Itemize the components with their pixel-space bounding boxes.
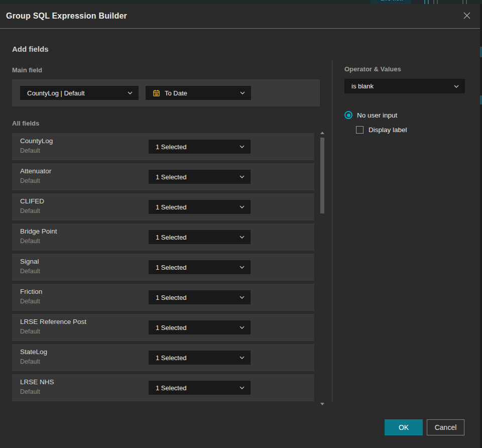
- field-name: Signal: [20, 258, 39, 265]
- field-subtitle: Default: [20, 328, 40, 335]
- toolbar-button-edge: [462, 0, 463, 4]
- main-field-dropdown-value: CountyLog | Default: [27, 89, 124, 97]
- field-values-dropdown[interactable]: 1 Selected: [149, 230, 251, 244]
- list-item-attenuator: Attenuator Default 1 Selected: [12, 163, 314, 190]
- radio-selected-icon[interactable]: [344, 111, 352, 119]
- main-field-row: CountyLog | Default To Date: [12, 79, 320, 106]
- field-values-dropdown[interactable]: 1 Selected: [149, 320, 251, 334]
- list-item-lrse-nhs: LRSE NHS Default 1 Selected: [12, 374, 314, 401]
- dropdown-value: 1 Selected: [156, 143, 235, 151]
- scroll-down-arrow-icon[interactable]: [320, 403, 324, 405]
- chevron-down-icon: [239, 356, 245, 359]
- field-name: Bridge Point: [20, 228, 57, 235]
- background-toolbar: Live view: [0, 0, 482, 4]
- field-values-dropdown[interactable]: 1 Selected: [149, 381, 251, 395]
- chevron-down-icon: [239, 296, 245, 299]
- all-fields-label: All fields: [12, 120, 39, 127]
- chevron-down-icon: [128, 91, 133, 94]
- background-right-edge: [480, 4, 482, 448]
- field-values-dropdown[interactable]: 1 Selected: [149, 260, 251, 274]
- field-name: CLIFED: [20, 197, 44, 205]
- list-item-statelog: StateLog Default 1 Selected: [12, 344, 314, 371]
- field-name: CountyLog: [20, 137, 53, 145]
- dropdown-value: 1 Selected: [156, 294, 235, 301]
- field-type-dropdown[interactable]: To Date: [146, 86, 251, 100]
- operator-dropdown-value: is blank: [351, 82, 450, 90]
- field-values-dropdown[interactable]: 1 Selected: [149, 170, 251, 184]
- dialog-title: Group SQL Expression Builder: [6, 4, 127, 28]
- ok-button[interactable]: OK: [385, 419, 423, 435]
- dialog-header: Group SQL Expression Builder: [0, 4, 480, 28]
- main-field-label: Main field: [12, 66, 42, 74]
- field-name: StateLog: [20, 348, 47, 356]
- toolbar-button-edge: [424, 0, 425, 4]
- dropdown-value: 1 Selected: [156, 234, 235, 241]
- checkbox-unchecked-icon[interactable]: [356, 126, 364, 134]
- toolbar-button-edge: [466, 0, 467, 4]
- close-button[interactable]: [462, 11, 472, 21]
- chevron-down-icon: [239, 266, 245, 269]
- field-subtitle: Default: [20, 147, 40, 154]
- chevron-down-icon: [239, 326, 245, 329]
- panel-divider: [332, 60, 332, 402]
- dropdown-value: 1 Selected: [156, 203, 235, 211]
- field-subtitle: Default: [20, 358, 40, 365]
- main-field-dropdown[interactable]: CountyLog | Default: [20, 86, 139, 100]
- chevron-down-icon: [239, 386, 245, 389]
- toolbar-button-edge: [433, 0, 434, 4]
- background-fragment: [480, 47, 482, 57]
- list-scrollbar[interactable]: [320, 132, 325, 405]
- list-item-signal: Signal Default 1 Selected: [12, 254, 314, 281]
- display-label-option: Display label: [356, 126, 407, 134]
- chevron-down-icon: [240, 91, 245, 94]
- calendar-icon: [153, 89, 160, 97]
- dropdown-value: 1 Selected: [156, 354, 235, 362]
- dropdown-value: 1 Selected: [156, 173, 235, 181]
- field-values-dropdown[interactable]: 1 Selected: [149, 140, 251, 154]
- cancel-button[interactable]: Cancel: [427, 419, 464, 435]
- scroll-up-arrow-icon[interactable]: [320, 132, 324, 134]
- chevron-down-icon: [239, 145, 245, 148]
- field-subtitle: Default: [20, 268, 40, 275]
- section-title-add-fields: Add fields: [12, 45, 49, 53]
- list-item-lrse-reference-post: LRSE Reference Post Default 1 Selected: [12, 314, 314, 341]
- toolbar-button-edge: [437, 0, 438, 4]
- field-name: LRSE NHS: [20, 378, 54, 386]
- no-user-input-label[interactable]: No user input: [357, 111, 397, 119]
- all-fields-list: CountyLog Default 1 Selected Attenuator …: [12, 133, 314, 404]
- field-name: Attenuator: [20, 167, 51, 175]
- list-item-friction: Friction Default 1 Selected: [12, 284, 314, 311]
- list-item-countylog: CountyLog Default 1 Selected: [12, 133, 314, 160]
- close-icon: [463, 12, 471, 21]
- live-view-label: Live view: [381, 0, 403, 2]
- field-subtitle: Default: [20, 207, 40, 214]
- no-user-input-option: No user input: [344, 111, 397, 119]
- operator-values-label: Operator & Values: [344, 65, 401, 73]
- header-divider: [0, 28, 480, 29]
- field-values-dropdown[interactable]: 1 Selected: [149, 200, 251, 214]
- chevron-down-icon: [239, 205, 245, 208]
- live-view-button[interactable]: Live view: [370, 0, 411, 4]
- screen: Live view Group SQL Expression Builder: [0, 0, 482, 448]
- dialog-group-sql-expression-builder: Group SQL Expression Builder Add fields …: [0, 4, 480, 448]
- scrollbar-thumb[interactable]: [320, 138, 324, 213]
- dropdown-value: 1 Selected: [156, 324, 235, 331]
- background-fragment: [480, 95, 482, 104]
- chevron-down-icon: [239, 236, 245, 239]
- toolbar-button-edge: [428, 0, 429, 4]
- list-item-clifed: CLIFED Default 1 Selected: [12, 193, 314, 220]
- operator-dropdown[interactable]: is blank: [344, 79, 465, 93]
- field-values-dropdown[interactable]: 1 Selected: [149, 351, 251, 365]
- field-name: Friction: [20, 288, 42, 295]
- field-name: LRSE Reference Post: [20, 318, 86, 325]
- dropdown-value: 1 Selected: [156, 264, 235, 271]
- chevron-down-icon: [239, 175, 245, 178]
- field-type-dropdown-value: To Date: [165, 89, 236, 97]
- field-subtitle: Default: [20, 388, 40, 395]
- field-values-dropdown[interactable]: 1 Selected: [149, 290, 251, 304]
- list-item-bridge-point: Bridge Point Default 1 Selected: [12, 223, 314, 251]
- chevron-down-icon: [454, 85, 459, 88]
- display-label-label[interactable]: Display label: [369, 126, 407, 134]
- field-subtitle: Default: [20, 298, 40, 305]
- dropdown-value: 1 Selected: [156, 384, 235, 392]
